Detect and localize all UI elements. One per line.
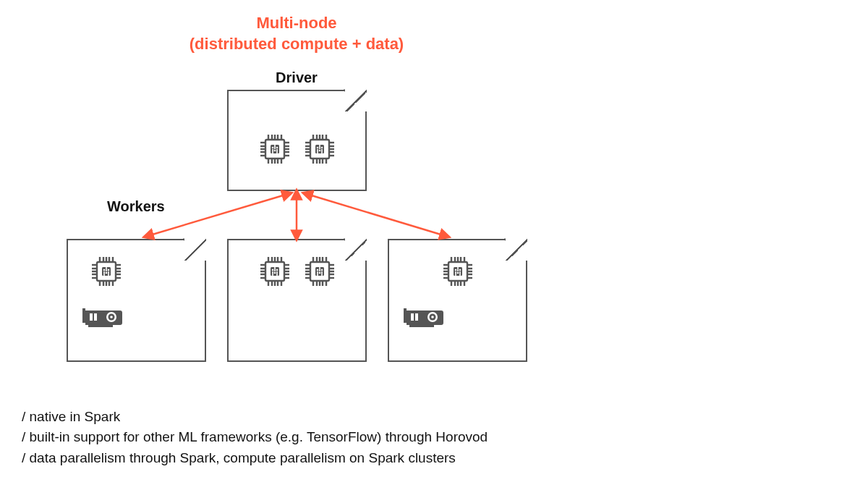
cpu-chip-icon [87,252,126,291]
svg-line-33 [307,194,446,236]
footer-bullets: / native in Spark / built-in support for… [22,407,488,469]
diagram-title: Multi-node (distributed compute + data) [0,13,593,54]
title-line-2: (distributed compute + data) [190,35,404,53]
title-line-1: Multi-node [256,14,336,32]
cpu-chip-icon [255,130,294,169]
bullet-3: / data parallelism through Spark, comput… [22,448,488,469]
worker-node-2 [227,239,367,362]
driver-node [227,90,367,191]
gpu-card-icon [80,304,124,329]
driver-label: Driver [0,69,593,86]
cpu-chip-icon [255,252,294,291]
cpu-chip-icon [438,252,477,291]
cpu-chip-icon [300,130,339,169]
svg-line-31 [148,194,288,236]
bullet-2: / built-in support for other ML framewor… [22,427,488,448]
cpu-chip-icon [300,252,339,291]
bullet-1: / native in Spark [22,407,488,428]
gpu-card-icon [401,304,446,329]
workers-label: Workers [107,198,165,215]
worker-node-3 [388,239,527,362]
worker-node-1 [67,239,206,362]
